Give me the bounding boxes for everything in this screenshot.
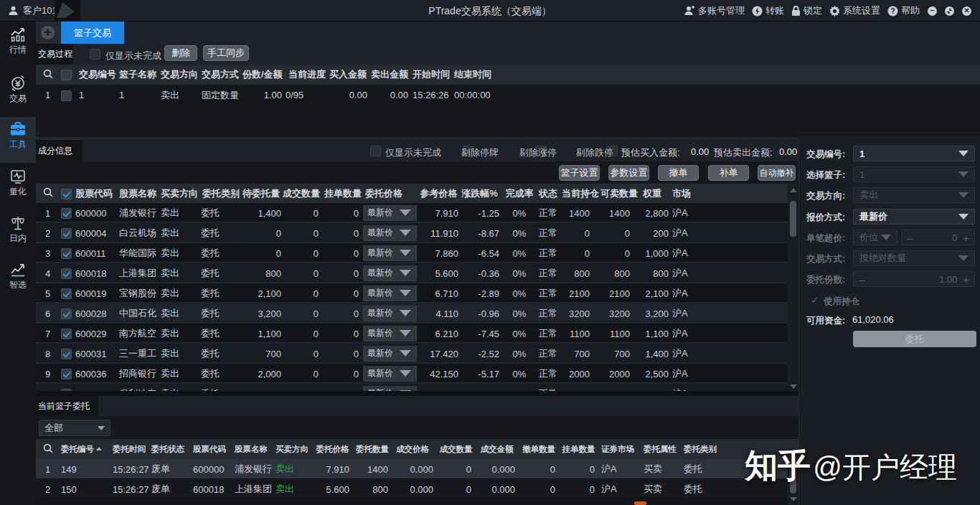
- svg-text:?: ?: [890, 7, 895, 15]
